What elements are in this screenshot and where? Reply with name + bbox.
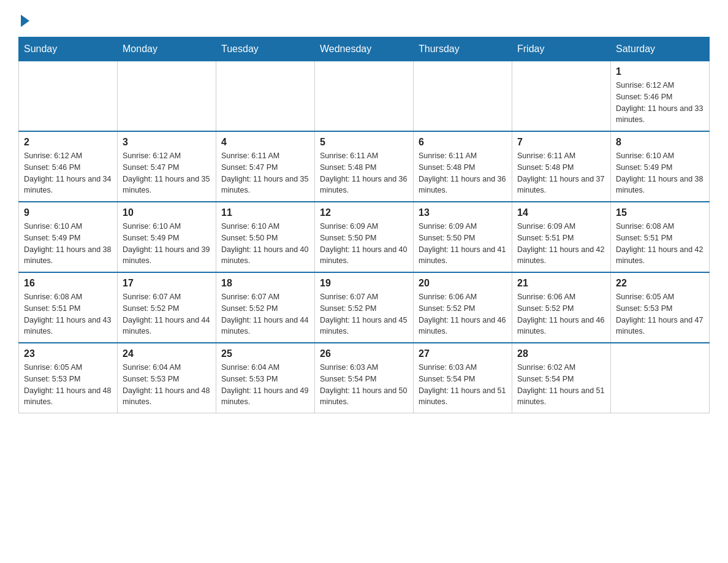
day-number: 3 bbox=[123, 137, 211, 148]
day-info: Sunrise: 6:07 AMSunset: 5:52 PMDaylight:… bbox=[221, 291, 309, 337]
calendar-cell: 16Sunrise: 6:08 AMSunset: 5:51 PMDayligh… bbox=[19, 272, 118, 343]
calendar-row-5: 23Sunrise: 6:05 AMSunset: 5:53 PMDayligh… bbox=[19, 343, 710, 413]
calendar-cell: 2Sunrise: 6:12 AMSunset: 5:46 PMDaylight… bbox=[19, 131, 118, 202]
day-number: 12 bbox=[320, 207, 408, 218]
day-info: Sunrise: 6:04 AMSunset: 5:53 PMDaylight:… bbox=[123, 362, 211, 408]
calendar-cell: 19Sunrise: 6:07 AMSunset: 5:52 PMDayligh… bbox=[315, 272, 414, 343]
day-info: Sunrise: 6:10 AMSunset: 5:49 PMDaylight:… bbox=[24, 221, 112, 267]
calendar-cell bbox=[414, 61, 512, 132]
calendar-cell: 7Sunrise: 6:11 AMSunset: 5:48 PMDaylight… bbox=[512, 131, 611, 202]
day-number: 11 bbox=[221, 207, 309, 218]
day-info: Sunrise: 6:09 AMSunset: 5:50 PMDaylight:… bbox=[419, 221, 507, 267]
calendar-cell bbox=[512, 61, 611, 132]
day-number: 5 bbox=[320, 137, 408, 148]
calendar-cell bbox=[118, 61, 216, 132]
calendar-cell: 20Sunrise: 6:06 AMSunset: 5:52 PMDayligh… bbox=[414, 272, 512, 343]
calendar-row-3: 9Sunrise: 6:10 AMSunset: 5:49 PMDaylight… bbox=[19, 202, 710, 272]
day-info: Sunrise: 6:09 AMSunset: 5:50 PMDaylight:… bbox=[320, 221, 408, 267]
calendar-cell: 22Sunrise: 6:05 AMSunset: 5:53 PMDayligh… bbox=[611, 272, 710, 343]
calendar-row-2: 2Sunrise: 6:12 AMSunset: 5:46 PMDaylight… bbox=[19, 131, 710, 202]
day-info: Sunrise: 6:07 AMSunset: 5:52 PMDaylight:… bbox=[123, 291, 211, 337]
day-info: Sunrise: 6:10 AMSunset: 5:49 PMDaylight:… bbox=[123, 221, 211, 267]
day-info: Sunrise: 6:10 AMSunset: 5:50 PMDaylight:… bbox=[221, 221, 309, 267]
day-number: 15 bbox=[616, 207, 704, 218]
day-number: 2 bbox=[24, 137, 112, 148]
day-info: Sunrise: 6:11 AMSunset: 5:47 PMDaylight:… bbox=[221, 150, 309, 196]
logo-arrow-icon bbox=[21, 15, 29, 27]
day-info: Sunrise: 6:08 AMSunset: 5:51 PMDaylight:… bbox=[24, 291, 112, 337]
day-number: 23 bbox=[24, 348, 112, 359]
calendar-cell: 15Sunrise: 6:08 AMSunset: 5:51 PMDayligh… bbox=[611, 202, 710, 272]
logo bbox=[18, 12, 29, 25]
calendar-row-4: 16Sunrise: 6:08 AMSunset: 5:51 PMDayligh… bbox=[19, 272, 710, 343]
day-info: Sunrise: 6:11 AMSunset: 5:48 PMDaylight:… bbox=[517, 150, 605, 196]
col-header-thursday: Thursday bbox=[414, 37, 512, 61]
calendar-cell: 23Sunrise: 6:05 AMSunset: 5:53 PMDayligh… bbox=[19, 343, 118, 413]
day-number: 25 bbox=[221, 348, 309, 359]
day-info: Sunrise: 6:10 AMSunset: 5:49 PMDaylight:… bbox=[616, 150, 704, 196]
day-info: Sunrise: 6:06 AMSunset: 5:52 PMDaylight:… bbox=[419, 291, 507, 337]
day-number: 8 bbox=[616, 137, 704, 148]
day-number: 22 bbox=[616, 278, 704, 289]
page-header bbox=[18, 12, 710, 25]
calendar-cell bbox=[216, 61, 315, 132]
day-number: 4 bbox=[221, 137, 309, 148]
day-info: Sunrise: 6:05 AMSunset: 5:53 PMDaylight:… bbox=[616, 291, 704, 337]
col-header-monday: Monday bbox=[118, 37, 216, 61]
calendar-cell: 12Sunrise: 6:09 AMSunset: 5:50 PMDayligh… bbox=[315, 202, 414, 272]
day-number: 14 bbox=[517, 207, 605, 218]
day-info: Sunrise: 6:07 AMSunset: 5:52 PMDaylight:… bbox=[320, 291, 408, 337]
calendar-cell: 14Sunrise: 6:09 AMSunset: 5:51 PMDayligh… bbox=[512, 202, 611, 272]
day-number: 21 bbox=[517, 278, 605, 289]
calendar-cell: 11Sunrise: 6:10 AMSunset: 5:50 PMDayligh… bbox=[216, 202, 315, 272]
calendar-cell: 13Sunrise: 6:09 AMSunset: 5:50 PMDayligh… bbox=[414, 202, 512, 272]
day-number: 27 bbox=[419, 348, 507, 359]
day-info: Sunrise: 6:12 AMSunset: 5:46 PMDaylight:… bbox=[24, 150, 112, 196]
calendar-table: SundayMondayTuesdayWednesdayThursdayFrid… bbox=[18, 37, 710, 413]
day-info: Sunrise: 6:03 AMSunset: 5:54 PMDaylight:… bbox=[419, 362, 507, 408]
day-number: 9 bbox=[24, 207, 112, 218]
calendar-cell bbox=[315, 61, 414, 132]
day-number: 17 bbox=[123, 278, 211, 289]
day-info: Sunrise: 6:11 AMSunset: 5:48 PMDaylight:… bbox=[419, 150, 507, 196]
calendar-cell: 18Sunrise: 6:07 AMSunset: 5:52 PMDayligh… bbox=[216, 272, 315, 343]
day-number: 20 bbox=[419, 278, 507, 289]
day-number: 28 bbox=[517, 348, 605, 359]
calendar-cell: 9Sunrise: 6:10 AMSunset: 5:49 PMDaylight… bbox=[19, 202, 118, 272]
col-header-tuesday: Tuesday bbox=[216, 37, 315, 61]
day-number: 1 bbox=[616, 66, 704, 77]
day-number: 26 bbox=[320, 348, 408, 359]
day-info: Sunrise: 6:11 AMSunset: 5:48 PMDaylight:… bbox=[320, 150, 408, 196]
col-header-saturday: Saturday bbox=[611, 37, 710, 61]
calendar-cell: 10Sunrise: 6:10 AMSunset: 5:49 PMDayligh… bbox=[118, 202, 216, 272]
calendar-cell: 21Sunrise: 6:06 AMSunset: 5:52 PMDayligh… bbox=[512, 272, 611, 343]
calendar-cell: 8Sunrise: 6:10 AMSunset: 5:49 PMDaylight… bbox=[611, 131, 710, 202]
calendar-cell: 3Sunrise: 6:12 AMSunset: 5:47 PMDaylight… bbox=[118, 131, 216, 202]
day-number: 16 bbox=[24, 278, 112, 289]
calendar-cell bbox=[19, 61, 118, 132]
calendar-cell: 25Sunrise: 6:04 AMSunset: 5:53 PMDayligh… bbox=[216, 343, 315, 413]
day-number: 24 bbox=[123, 348, 211, 359]
day-info: Sunrise: 6:04 AMSunset: 5:53 PMDaylight:… bbox=[221, 362, 309, 408]
day-info: Sunrise: 6:03 AMSunset: 5:54 PMDaylight:… bbox=[320, 362, 408, 408]
day-info: Sunrise: 6:02 AMSunset: 5:54 PMDaylight:… bbox=[517, 362, 605, 408]
day-info: Sunrise: 6:09 AMSunset: 5:51 PMDaylight:… bbox=[517, 221, 605, 267]
calendar-cell: 6Sunrise: 6:11 AMSunset: 5:48 PMDaylight… bbox=[414, 131, 512, 202]
calendar-cell: 5Sunrise: 6:11 AMSunset: 5:48 PMDaylight… bbox=[315, 131, 414, 202]
day-number: 19 bbox=[320, 278, 408, 289]
day-number: 13 bbox=[419, 207, 507, 218]
day-info: Sunrise: 6:12 AMSunset: 5:47 PMDaylight:… bbox=[123, 150, 211, 196]
col-header-wednesday: Wednesday bbox=[315, 37, 414, 61]
calendar-header-row: SundayMondayTuesdayWednesdayThursdayFrid… bbox=[19, 37, 710, 61]
calendar-cell: 1Sunrise: 6:12 AMSunset: 5:46 PMDaylight… bbox=[611, 61, 710, 132]
day-number: 7 bbox=[517, 137, 605, 148]
day-number: 6 bbox=[419, 137, 507, 148]
calendar-cell: 24Sunrise: 6:04 AMSunset: 5:53 PMDayligh… bbox=[118, 343, 216, 413]
day-number: 10 bbox=[123, 207, 211, 218]
calendar-cell: 4Sunrise: 6:11 AMSunset: 5:47 PMDaylight… bbox=[216, 131, 315, 202]
day-info: Sunrise: 6:06 AMSunset: 5:52 PMDaylight:… bbox=[517, 291, 605, 337]
day-info: Sunrise: 6:08 AMSunset: 5:51 PMDaylight:… bbox=[616, 221, 704, 267]
calendar-cell: 26Sunrise: 6:03 AMSunset: 5:54 PMDayligh… bbox=[315, 343, 414, 413]
day-info: Sunrise: 6:12 AMSunset: 5:46 PMDaylight:… bbox=[616, 80, 704, 126]
day-info: Sunrise: 6:05 AMSunset: 5:53 PMDaylight:… bbox=[24, 362, 112, 408]
